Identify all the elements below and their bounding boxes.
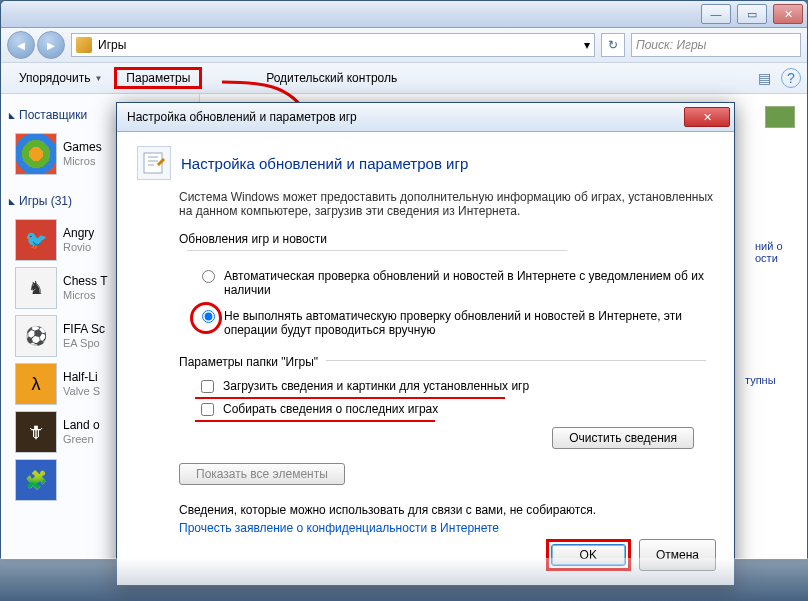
list-item-sub: Green (63, 433, 100, 446)
radio-auto-check-label: Автоматическая проверка обновлений и нов… (224, 269, 714, 297)
list-item-title: Chess T (63, 274, 107, 288)
address-text: Игры (98, 38, 126, 52)
annotation-underline (195, 397, 505, 399)
list-item-title: FIFA Sc (63, 322, 105, 336)
radio-manual-check[interactable]: Не выполнять автоматическую проверку обн… (197, 309, 714, 337)
privacy-info-text: Сведения, которые можно использовать для… (179, 503, 714, 517)
angry-birds-icon: 🐦 (15, 219, 57, 261)
toolbar-params[interactable]: Параметры (114, 67, 202, 89)
radio-auto-check[interactable]: Автоматическая проверка обновлений и нов… (197, 269, 714, 297)
list-item-sub: EA Spo (63, 337, 105, 350)
toolbar-parental[interactable]: Родительский контроль (254, 67, 409, 89)
halflife-icon: λ (15, 363, 57, 405)
list-item-title: Land o (63, 418, 100, 432)
list-item-title: Half-Li (63, 370, 100, 384)
toolbar-organize[interactable]: Упорядочить ▼ (7, 67, 114, 89)
chevron-down-icon[interactable]: ▾ (584, 38, 590, 52)
list-item-sub: Valve S (63, 385, 100, 398)
puzzle-icon: 🧩 (15, 459, 57, 501)
game-settings-dialog: Настройка обновлений и параметров игр ✕ … (116, 102, 735, 586)
help-icon[interactable]: ? (781, 68, 801, 88)
close-button[interactable]: ✕ (773, 4, 803, 24)
dialog-description: Система Windows может предоставить допол… (179, 190, 714, 218)
checkbox-download-info[interactable]: Загрузить сведения и картинки для устано… (197, 379, 714, 396)
toolbar-parental-label: Родительский контроль (266, 71, 397, 85)
refresh-button[interactable]: ↻ (601, 33, 625, 57)
chess-icon: ♞ (15, 267, 57, 309)
rating-card-icon (765, 106, 795, 128)
clear-info-button[interactable]: Очистить сведения (552, 427, 694, 449)
list-item-title: Angry (63, 226, 94, 240)
view-icon[interactable]: ▤ (753, 67, 775, 89)
titlebar: — ▭ ✕ (1, 1, 807, 28)
windows-logo-icon (15, 133, 57, 175)
minimize-button[interactable]: — (701, 4, 731, 24)
game-icon: 🗡 (15, 411, 57, 453)
dialog-titlebar: Настройка обновлений и параметров игр ✕ (117, 103, 734, 132)
checkbox-collect-recent[interactable]: Собирать сведения о последних играх (197, 402, 714, 419)
checkbox-collect-recent-input[interactable] (201, 403, 214, 416)
checkbox-download-info-input[interactable] (201, 380, 214, 393)
list-item-sub: Rovio (63, 241, 94, 254)
radio-manual-check-input[interactable] (202, 310, 215, 323)
nav-back-button[interactable]: ◄ (7, 31, 35, 59)
list-item-sub: Micros (63, 155, 102, 168)
chevron-down-icon: ▼ (94, 74, 102, 83)
settings-page-icon (137, 146, 171, 180)
fifa-icon: ⚽ (15, 315, 57, 357)
checkbox-download-info-label: Загрузить сведения и картинки для устано… (223, 379, 529, 393)
navbar: ◄ ► Игры ▾ ↻ Поиск: Игры (1, 28, 807, 63)
annotation-underline (195, 420, 435, 422)
toolbar-params-label: Параметры (126, 71, 190, 85)
checkbox-collect-recent-label: Собирать сведения о последних играх (223, 402, 438, 416)
privacy-link[interactable]: Прочесть заявление о конфиденциальности … (179, 521, 714, 535)
toolbar: Упорядочить ▼ Параметры ис ▼ Родительски… (1, 63, 807, 94)
radio-auto-check-input[interactable] (202, 270, 215, 283)
folder-icon (76, 37, 92, 53)
dialog-title: Настройка обновлений и параметров игр (127, 110, 684, 124)
list-item-title: Games (63, 140, 102, 154)
content-text-fragment: ний о ости (755, 240, 795, 264)
list-item-sub: Micros (63, 289, 107, 302)
toolbar-organize-label: Упорядочить (19, 71, 90, 85)
search-placeholder: Поиск: Игры (636, 38, 706, 52)
content-text-fragment: тупны (745, 374, 795, 386)
dialog-close-button[interactable]: ✕ (684, 107, 730, 127)
search-input[interactable]: Поиск: Игры (631, 33, 801, 57)
radio-manual-check-label: Не выполнять автоматическую проверку обн… (224, 309, 714, 337)
maximize-button[interactable]: ▭ (737, 4, 767, 24)
group-updates-label: Обновления игр и новости (179, 232, 714, 261)
show-all-button: Показать все элементы (179, 463, 345, 485)
nav-forward-button[interactable]: ► (37, 31, 65, 59)
group-folder-label: Параметры папки "Игры" (179, 355, 714, 370)
address-bar[interactable]: Игры ▾ (71, 33, 595, 57)
dialog-heading: Настройка обновлений и параметров игр (181, 155, 468, 172)
